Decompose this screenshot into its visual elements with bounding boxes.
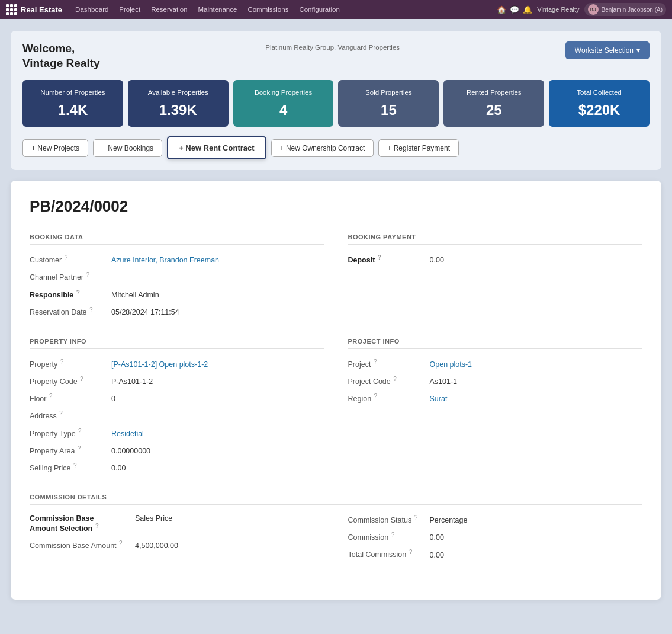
user-menu[interactable]: BJ Benjamin Jacobson (A) [584,3,666,16]
property-info-header: PROPERTY INFO [30,338,324,349]
field-property-area: Property Area ? 0.00000000 [30,445,324,455]
property-info-col: PROPERTY INFO Property ? [P-As101-1-2] O… [30,338,324,479]
bell-icon[interactable]: 🔔 [523,5,532,14]
field-value-region[interactable]: Surat [430,395,448,403]
booking-data-header: BOOKING DATA [30,233,324,245]
stat-tile-collected[interactable]: Total Collected $220K [549,80,650,127]
nav-project[interactable]: Project [114,4,145,15]
field-total-commission: Total Commission ? 0.00 [348,549,643,559]
field-selling-price: Selling Price ? 0.00 [30,462,324,472]
field-label-deposit: Deposit ? [348,254,425,264]
commission-right: Commission Status ? Percentage Commissio… [348,514,643,566]
worksite-label: Vintage Realty [537,6,579,13]
field-commission-status: Commission Status ? Percentage [348,514,643,524]
new-projects-button[interactable]: + New Projects [22,139,88,157]
stat-value: 4 [240,102,327,119]
field-value-property-area: 0.00000000 [111,447,150,455]
field-label-commission-base-amount: Commission Base Amount ? [30,540,130,550]
booking-section: BOOKING DATA Customer ? Azure Interior, … [30,233,642,324]
main-wrapper: Welcome, Vintage Realty Platinum Realty … [0,19,672,611]
home-icon[interactable]: 🏠 [497,5,506,14]
commission-details-header: COMMISSION DETAILS [30,494,642,505]
field-label-property-code: Property Code ? [30,376,107,386]
field-project: Project ? Open plots-1 [348,358,643,369]
navbar-icons: 🏠 💬 🔔 [497,5,532,14]
field-label-address: Address ? [30,410,107,420]
new-ownership-contract-button[interactable]: + New Ownership Contract [271,139,374,157]
field-value-responsible: Mitchell Admin [111,291,159,299]
field-value-project[interactable]: Open plots-1 [430,360,472,369]
stat-tile-sold[interactable]: Sold Properties 15 [338,80,439,127]
commission-left: Commission BaseAmount Selection ? Sales … [30,514,324,566]
field-address: Address ? [30,410,324,420]
field-deposit: Deposit ? 0.00 [348,254,643,264]
stat-label: Available Properties [135,88,221,97]
field-region: Region ? Surat [348,393,643,403]
field-label-commission-status: Commission Status ? [348,514,425,524]
field-label-region: Region ? [348,393,425,403]
field-label-project: Project ? [348,358,425,369]
field-channel-partner: Channel Partner ? [30,271,324,281]
field-commission-base-selection: Commission BaseAmount Selection ? Sales … [30,514,324,533]
nav-configuration[interactable]: Configuration [294,4,344,15]
field-label-property-type: Property Type ? [30,428,107,438]
project-info-col: PROJECT INFO Project ? Open plots-1 Proj… [348,338,643,479]
field-property: Property ? [P-As101-1-2] Open plots-1-2 [30,358,324,369]
field-value-floor: 0 [111,395,115,403]
field-value-commission-base-selection: Sales Price [135,514,172,523]
stat-value: $220K [556,102,642,119]
field-label-customer: Customer ? [30,254,107,264]
stats-row: Number of Properties 1.4K Available Prop… [22,80,650,127]
stat-value: 15 [345,102,432,119]
stat-tile-booking[interactable]: Booking Properties 4 [233,80,334,127]
worksite-button[interactable]: Worksite Selection ▾ [565,41,650,59]
field-value-reservation-date: 05/28/2024 17:11:54 [111,308,179,316]
field-value-property[interactable]: [P-As101-1-2] Open plots-1-2 [111,360,208,369]
field-reservation-date: Reservation Date ? 05/28/2024 17:11:54 [30,306,324,316]
stat-tile-properties[interactable]: Number of Properties 1.4K [22,80,123,127]
worksite-label: Worksite Selection [575,46,634,55]
new-rent-contract-button[interactable]: + New Rent Contract [167,136,266,159]
booking-data-col: BOOKING DATA Customer ? Azure Interior, … [30,233,324,324]
stat-label: Rented Properties [451,88,537,97]
stat-label: Number of Properties [30,88,116,97]
nav-dashboard[interactable]: Dashboard [70,4,113,15]
field-value-customer[interactable]: Azure Interior, Brandon Freeman [111,256,219,264]
navbar-right: 🏠 💬 🔔 Vintage Realty BJ Benjamin Jacobso… [497,3,666,16]
stat-label: Sold Properties [345,88,432,97]
field-value-project-code: As101-1 [430,377,458,386]
new-bookings-button[interactable]: + New Bookings [93,139,162,157]
dashboard-header: Welcome, Vintage Realty Platinum Realty … [22,41,650,71]
chat-icon[interactable]: 💬 [510,5,519,14]
field-value-property-type[interactable]: Residetial [111,430,144,438]
field-responsible: Responsible ? Mitchell Admin [30,289,324,299]
avatar: BJ [588,4,599,15]
chevron-down-icon: ▾ [636,46,640,55]
nav-maintenance[interactable]: Maintenance [194,4,242,15]
field-label-selling-price: Selling Price ? [30,462,107,472]
nav-commissions[interactable]: Commissions [243,4,293,15]
stat-tile-available[interactable]: Available Properties 1.39K [128,80,229,127]
grid-icon [6,4,17,15]
app-brand[interactable]: Real Estate [6,4,62,15]
field-customer: Customer ? Azure Interior, Brandon Freem… [30,254,324,264]
field-label-commission-base-selection: Commission BaseAmount Selection ? [30,514,130,533]
stat-tile-rented[interactable]: Rented Properties 25 [443,80,544,127]
project-info-header: PROJECT INFO [348,338,643,349]
field-label-commission: Commission ? [348,531,425,542]
field-value-commission-base-amount: 4,500,000.00 [135,542,178,550]
nav-menu: Dashboard Project Reservation Maintenanc… [70,4,488,15]
welcome-text: Welcome, Vintage Realty [22,41,100,71]
brand-name: Real Estate [21,5,62,14]
field-value-selling-price: 0.00 [111,464,126,472]
field-value-commission: 0.00 [430,533,444,542]
field-commission: Commission ? 0.00 [348,531,643,542]
actions-row: + New Projects + New Bookings + New Rent… [22,136,650,159]
navbar: Real Estate Dashboard Project Reservatio… [0,0,672,19]
doc-title: PB/2024/0002 [30,197,642,216]
field-label-channel-partner: Channel Partner ? [30,271,107,281]
nav-reservation[interactable]: Reservation [146,4,192,15]
field-value-property-code: P-As101-1-2 [111,377,153,386]
register-payment-button[interactable]: + Register Payment [378,139,459,157]
booking-payment-col: BOOKING PAYMENT Deposit ? 0.00 [348,233,643,324]
